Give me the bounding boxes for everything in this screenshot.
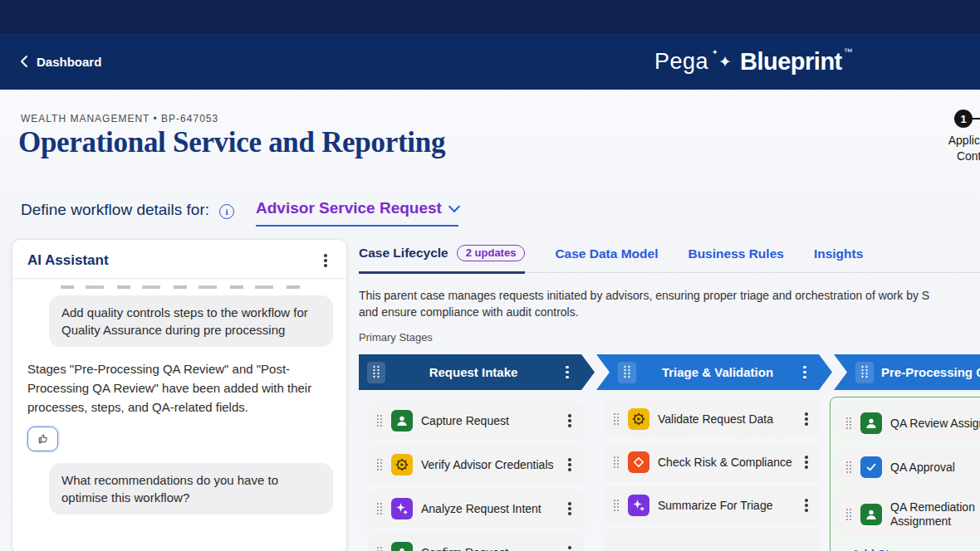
trademark-symbol: ™ — [844, 46, 853, 56]
drag-handle-icon[interactable] — [376, 458, 383, 471]
step-label: QA Review Assignment — [890, 417, 980, 431]
thumbs-up-icon — [37, 432, 50, 446]
user-step-icon — [391, 542, 413, 551]
primary-stages-label: Primary Stages — [359, 331, 433, 344]
step-menu-button[interactable] — [564, 500, 576, 517]
tab-case-lifecycle[interactable]: Case Lifecycle 2 updates — [359, 245, 525, 274]
drag-handle-icon[interactable] — [618, 362, 636, 383]
drag-handle-icon[interactable] — [613, 456, 620, 469]
stage-title: Request Intake — [385, 365, 561, 379]
add-step-link[interactable]: + Add Step — [837, 548, 980, 551]
step-label: Validate Request Data — [658, 412, 792, 427]
step-card-check-risk-compliance[interactable]: Check Risk & Compliance — [605, 443, 821, 481]
step-card-validate-request-data[interactable]: Validate Request Data — [605, 400, 821, 438]
brand-pega-text: Pega — [654, 49, 708, 75]
case-description-line2: and ensure compliance with audit control… — [359, 304, 980, 320]
user-message: What recommendations do you have to opti… — [49, 463, 333, 514]
clipped-message-fragment — [61, 285, 308, 289]
info-icon[interactable]: i — [219, 204, 234, 219]
case-description: This parent case manages requests initia… — [359, 287, 980, 320]
app-navbar: Dashboard Pega ✦✦ Blueprint ™ — [0, 33, 980, 90]
step-menu-button[interactable] — [801, 411, 812, 427]
step-menu-button[interactable] — [564, 544, 576, 551]
window-top-strip — [0, 0, 980, 33]
stage-header-request-intake[interactable]: Request Intake — [359, 354, 595, 390]
step-label: QA Approval — [890, 461, 980, 475]
user-message: Add quality controls steps to the workfl… — [49, 295, 333, 347]
step-card-confirm-request[interactable]: Confirm Request — [368, 534, 584, 551]
drag-handle-icon[interactable] — [367, 362, 385, 383]
assistant-message: Stages "Pre-Processing QA Review" and "P… — [27, 359, 331, 417]
user-step-icon — [860, 412, 882, 434]
step-label: Check Risk & Compliance — [658, 456, 792, 470]
updates-badge: 2 updates — [457, 245, 526, 261]
chat-history: Add quality controls steps to the workfl… — [12, 279, 346, 514]
stage-menu-button[interactable] — [799, 364, 811, 381]
stage-title: Triage & Validation — [636, 365, 799, 379]
ai-sparkle-step-icon — [628, 495, 649, 516]
step-label: Summarize For Triage — [658, 499, 792, 513]
stage-steps-pre-processing-qa: QA Review Assignment QA Approval QA Reme… — [837, 404, 980, 551]
chevron-left-icon — [20, 55, 28, 68]
step-menu-button[interactable] — [801, 454, 812, 471]
ai-assistant-title: AI Assistant — [27, 252, 109, 269]
ai-sparkle-step-icon — [391, 498, 413, 519]
drag-handle-icon[interactable] — [613, 412, 620, 426]
stepper-step-1-dot[interactable]: 1 — [954, 110, 973, 128]
stage-header-pre-processing-qa[interactable]: Pre-Processing QA Review — [834, 354, 980, 390]
case-type-dropdown[interactable]: Advisor Service Request — [256, 199, 458, 227]
user-step-icon — [391, 410, 413, 432]
step-card-analyze-request-intent[interactable]: Analyze Request Intent — [368, 490, 584, 528]
step-card-summarize-for-triage[interactable]: Summarize For Triage — [605, 486, 821, 524]
page-title: Operational Service and Reporting — [18, 126, 445, 159]
workflow-selector-bar: Define workflow details for: i Advisor S… — [21, 199, 458, 227]
back-link-label: Dashboard — [37, 55, 101, 69]
tab-case-data-model[interactable]: Case Data Model — [555, 246, 658, 271]
stage-menu-button[interactable] — [561, 364, 573, 381]
case-tabs: Case Lifecycle 2 updates Case Data Model… — [359, 245, 980, 273]
stepper-step-1-label: Application Context — [927, 133, 980, 164]
step-card-qa-approval[interactable]: QA Approval — [837, 448, 980, 486]
ai-assistant-panel: AI Assistant Add quality controls steps … — [12, 239, 347, 551]
drag-handle-icon[interactable] — [845, 417, 852, 430]
step-label: Analyze Request Intent — [421, 502, 556, 516]
step-menu-button[interactable] — [564, 456, 576, 473]
step-label: Capture Request — [421, 414, 556, 428]
back-to-dashboard-link[interactable]: Dashboard — [20, 33, 101, 90]
workflow-selector-label: Define workflow details for: — [21, 199, 209, 219]
step-card-capture-request[interactable]: Capture Request — [368, 402, 584, 440]
step-card-qa-review-assignment[interactable]: QA Review Assignment — [837, 404, 980, 442]
user-step-icon — [860, 504, 882, 525]
stage-header-triage-validation[interactable]: Triage & Validation — [596, 354, 832, 390]
brand-blueprint-text: Blueprint — [740, 48, 842, 76]
tab-insights[interactable]: Insights — [814, 246, 863, 271]
new-stage-highlight-panel: QA Review Assignment QA Approval QA Reme… — [830, 397, 980, 551]
chevron-down-icon — [448, 201, 460, 212]
step-label: QA Remediation Assignment — [890, 500, 980, 529]
case-type-selected-value: Advisor Service Request — [256, 199, 442, 217]
step-label: Verify Advisor Credentials — [421, 458, 556, 472]
step-card-qa-remediation-assignment[interactable]: QA Remediation Assignment — [837, 492, 980, 537]
drag-handle-icon[interactable] — [376, 502, 383, 515]
drag-handle-icon[interactable] — [376, 546, 383, 551]
breadcrumb: WEALTH MANAGEMENT • BP-647053 — [21, 113, 218, 124]
tab-case-lifecycle-label: Case Lifecycle — [359, 246, 448, 261]
tab-business-rules[interactable]: Business Rules — [688, 246, 783, 271]
drag-handle-icon[interactable] — [855, 362, 874, 383]
drag-handle-icon[interactable] — [613, 499, 620, 512]
drag-handle-icon[interactable] — [845, 508, 852, 521]
decision-step-icon — [628, 451, 649, 473]
ai-assistant-header: AI Assistant — [12, 240, 346, 279]
thumbs-up-feedback-button[interactable] — [27, 427, 58, 451]
ai-assistant-menu-button[interactable] — [320, 252, 331, 269]
step-card-verify-advisor-credentials[interactable]: Verify Advisor Credentials — [368, 446, 584, 484]
stage-steps-request-intake: Capture Request Verify Advisor Credentia… — [368, 402, 584, 551]
step-label: Confirm Request — [421, 546, 556, 551]
step-menu-button[interactable] — [564, 412, 576, 429]
automation-step-icon — [628, 408, 649, 430]
drag-handle-icon[interactable] — [845, 461, 852, 474]
step-card-partial[interactable] — [605, 529, 821, 551]
step-menu-button[interactable] — [801, 497, 812, 514]
stage-title: Pre-Processing QA Review — [874, 365, 980, 379]
drag-handle-icon[interactable] — [376, 414, 383, 427]
